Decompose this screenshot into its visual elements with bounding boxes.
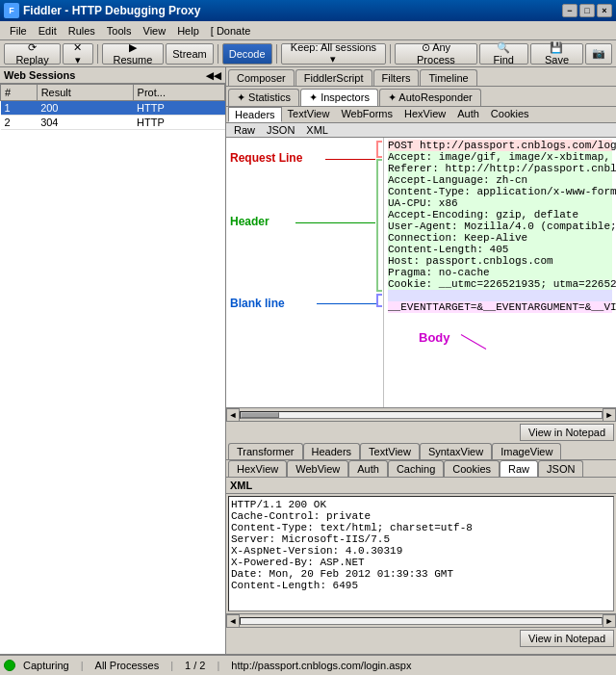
sub-tab-headers[interactable]: Headers — [228, 107, 282, 122]
tab-auth-bottom[interactable]: Auth — [348, 460, 388, 477]
menu-donate[interactable]: [ Donate — [205, 23, 257, 39]
stream-button[interactable]: Stream — [166, 43, 213, 65]
app-icon: F — [4, 3, 19, 18]
sub-tab-textview[interactable]: TextView — [282, 107, 336, 122]
keep-sessions-dropdown[interactable]: Keep: All sessions ▾ — [281, 43, 387, 65]
scrollbar-thumb[interactable] — [241, 412, 279, 418]
label-header: Header — [230, 215, 270, 228]
table-row[interactable]: 1 200 HTTP — [1, 101, 225, 116]
resume-button[interactable]: ▶ Resume — [102, 43, 165, 65]
decode-button[interactable]: Decode — [222, 43, 272, 65]
cell-result: 304 — [37, 116, 133, 130]
tab-timeline[interactable]: Timeline — [420, 69, 476, 86]
sub-tab-webforms[interactable]: WebForms — [335, 107, 398, 122]
tab-hexview-bottom[interactable]: HexView — [228, 460, 287, 477]
arrow-header — [295, 222, 375, 223]
header-line-12: Cookie: __utmc=226521935; utma=226521935… — [388, 278, 612, 290]
tab-imageview[interactable]: ImageView — [492, 443, 561, 459]
title-bar-left: F Fiddler - HTTP Debugging Proxy — [4, 3, 200, 18]
response-content-area[interactable]: HTTP/1.1 200 OK Cache-Control: private C… — [228, 496, 614, 611]
close-button[interactable]: × — [597, 4, 612, 17]
toolbar-sep-3 — [276, 44, 277, 64]
toolbar: ⟳ Replay ✕ ▾ ▶ Resume Stream Decode Keep… — [0, 40, 616, 67]
save-button[interactable]: 💾 Save — [530, 43, 583, 65]
title-bar: F Fiddler - HTTP Debugging Proxy − □ × — [0, 0, 616, 21]
tab-raw-bottom[interactable]: Raw — [500, 460, 538, 477]
tab-headers-bottom[interactable]: Headers — [303, 443, 361, 459]
sessions-table: # Result Prot... 1 200 HTTP 2 304 HTTP — [0, 84, 225, 130]
tab-transformer[interactable]: Transformer — [228, 443, 303, 459]
tab-caching[interactable]: Caching — [388, 460, 444, 477]
toolbar-sep-4 — [390, 44, 391, 64]
response-line-5: X-AspNet-Version: 4.0.30319 — [231, 545, 611, 557]
maximize-button[interactable]: □ — [579, 4, 595, 17]
tab-json-bottom[interactable]: JSON — [538, 460, 583, 477]
tab-inspectors[interactable]: ✦ Inspectors — [300, 89, 378, 106]
response-scrollbar-h[interactable]: ◄ ► — [226, 613, 616, 627]
col-id: # — [1, 85, 38, 101]
tab-composer[interactable]: Composer — [228, 69, 295, 86]
view-in-notepad-button-top[interactable]: View in Notepad — [520, 424, 614, 441]
header-line-7: User-Agent: Mozilla/4.0 (compatible; MSI… — [388, 221, 612, 232]
tab-syntaxview[interactable]: SyntaxView — [420, 443, 492, 459]
sub-tab-auth[interactable]: Auth — [451, 107, 485, 122]
label-request-line: Request Line — [230, 151, 302, 165]
inspector-sub-tabs: Headers TextView WebForms HexView Auth C… — [226, 107, 616, 123]
minimize-button[interactable]: − — [562, 4, 578, 17]
tab-filters[interactable]: Filters — [373, 69, 420, 86]
scrollbar-track[interactable] — [240, 411, 603, 419]
response-line-2: Cache-Control: private — [231, 510, 611, 522]
scroll-left-btn[interactable]: ◄ — [226, 408, 240, 422]
body-line: __EVENTTARGET=&__EVENTARGUMENT=&__VIEWST… — [388, 301, 612, 313]
tab-webview[interactable]: WebView — [287, 460, 348, 477]
raw-json-xml-tabs: Raw JSON XML — [226, 123, 616, 138]
view-in-notepad-button-bottom[interactable]: View in Notepad — [520, 630, 614, 647]
menu-tools[interactable]: Tools — [101, 23, 138, 39]
tab-statistics[interactable]: ✦ Statistics — [228, 89, 299, 106]
sub-tab-cookies[interactable]: Cookies — [485, 107, 535, 122]
tab-textview-bottom[interactable]: TextView — [360, 443, 420, 459]
sub-tab-xml[interactable]: XML — [300, 123, 334, 137]
request-scrollbar-h[interactable]: ◄ ► — [226, 407, 616, 421]
cell-protocol: HTTP — [133, 101, 224, 116]
cell-id: 2 — [1, 116, 38, 130]
tab-autoresponder[interactable]: ✦ AutoResponder — [379, 89, 481, 106]
find-button[interactable]: 🔍 Find — [479, 43, 528, 65]
sub-tab-raw[interactable]: Raw — [228, 123, 261, 137]
col-result: Result — [37, 85, 133, 101]
sub-tab-json[interactable]: JSON — [261, 123, 300, 137]
menu-help[interactable]: Help — [171, 23, 205, 39]
response-line-3: Content-Type: text/html; charset=utf-8 — [231, 522, 611, 533]
replay-button[interactable]: ⟳ Replay — [4, 43, 61, 65]
blank-line — [388, 290, 612, 301]
window-controls[interactable]: − □ × — [562, 4, 612, 17]
actions-dropdown[interactable]: ✕ ▾ — [63, 43, 93, 65]
response-scrollbar-track[interactable] — [240, 617, 603, 625]
collapse-button[interactable]: ◀◀ — [206, 70, 221, 81]
menu-rules[interactable]: Rules — [63, 23, 101, 39]
inspector-tabs-row: ✦ Statistics ✦ Inspectors ✦ AutoResponde… — [226, 87, 616, 107]
header-line-6: Accept-Encoding: gzip, deflate — [388, 209, 612, 221]
header-line-5: UA-CPU: x86 — [388, 197, 612, 209]
menu-edit[interactable]: Edit — [33, 23, 63, 39]
menu-view[interactable]: View — [138, 23, 172, 39]
tab-cookies-bottom[interactable]: Cookies — [444, 460, 500, 477]
snapshot-button[interactable]: 📷 — [585, 43, 612, 65]
request-line-1: POST http://passport.cnblogs.com/login.a… — [388, 140, 612, 151]
sub-tab-hexview[interactable]: HexView — [398, 107, 451, 122]
tab-fiddlerscript[interactable]: FiddlerScript — [295, 69, 372, 86]
sessions-table-header: # Result Prot... — [1, 85, 225, 101]
menu-file[interactable]: File — [4, 23, 33, 39]
web-sessions-panel: Web Sessions ◀◀ # Result Prot... 1 200 H… — [0, 67, 226, 654]
request-content[interactable]: POST http://passport.cnblogs.com/login.a… — [383, 138, 616, 407]
cell-result: 200 — [37, 101, 133, 116]
scroll-right-btn[interactable]: ► — [603, 408, 616, 422]
table-row[interactable]: 2 304 HTTP — [1, 116, 225, 130]
response-scroll-right-btn[interactable]: ► — [603, 614, 616, 628]
response-line-7: Date: Mon, 20 Feb 2012 01:39:33 GMT — [231, 568, 611, 580]
any-process-button[interactable]: ⊙ Any Process — [395, 43, 476, 65]
capturing-indicator — [4, 660, 15, 671]
capturing-label: Capturing — [23, 660, 69, 671]
response-scroll-left-btn[interactable]: ◄ — [226, 614, 240, 628]
top-tabs-row: Composer FiddlerScript Filters Timeline — [226, 67, 616, 87]
